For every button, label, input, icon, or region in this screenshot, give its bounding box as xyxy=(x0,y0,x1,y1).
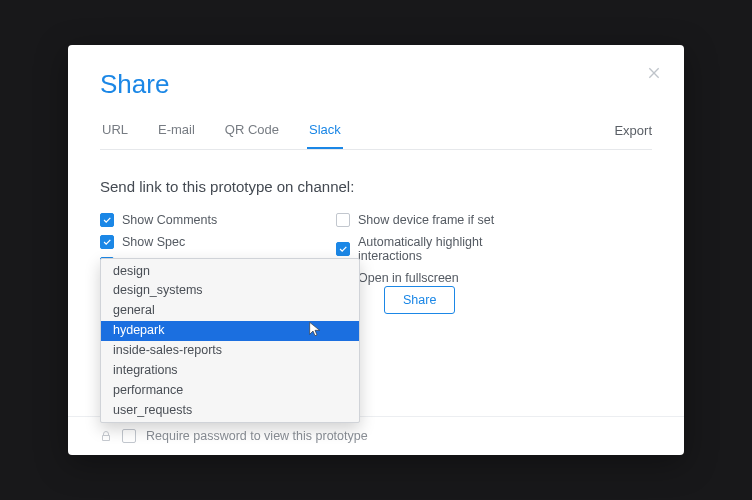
dropdown-item[interactable]: general xyxy=(101,301,359,321)
option-checkbox[interactable] xyxy=(100,235,114,249)
tab-qrcode[interactable]: QR Code xyxy=(223,114,281,149)
dropdown-item[interactable]: inside-sales-reports xyxy=(101,341,359,361)
option-label: Open in fullscreen xyxy=(358,271,459,285)
dropdown-item[interactable]: performance xyxy=(101,380,359,400)
option-row: Show device frame if set xyxy=(336,213,536,227)
dropdown-item[interactable]: user_requests xyxy=(101,400,359,420)
options-right-column: Show device frame if setAutomatically hi… xyxy=(336,213,536,285)
export-link[interactable]: Export xyxy=(614,115,652,148)
tabs-row: URL E-mail QR Code Slack Export xyxy=(100,114,652,150)
option-row: Show Comments xyxy=(100,213,300,227)
option-checkbox[interactable] xyxy=(100,213,114,227)
close-button[interactable] xyxy=(640,59,668,87)
option-label: Show Spec xyxy=(122,235,185,249)
tab-url[interactable]: URL xyxy=(100,114,130,149)
dropdown-item[interactable]: hydepark xyxy=(101,321,359,341)
option-row: Open in fullscreen xyxy=(336,271,536,285)
option-label: Automatically highlight interactions xyxy=(358,235,536,263)
option-label: Show Comments xyxy=(122,213,217,227)
dropdown-item[interactable]: design xyxy=(101,261,359,281)
option-row: Show Spec xyxy=(100,235,300,249)
dialog-title: Share xyxy=(100,69,652,100)
option-row: Automatically highlight interactions xyxy=(336,235,536,263)
close-icon xyxy=(646,65,662,81)
option-label: Show device frame if set xyxy=(358,213,494,227)
dropdown-item[interactable]: design_systems xyxy=(101,281,359,301)
dropdown-item[interactable]: integrations xyxy=(101,360,359,380)
tab-email[interactable]: E-mail xyxy=(156,114,197,149)
option-checkbox[interactable] xyxy=(336,242,350,256)
share-button[interactable]: Share xyxy=(384,286,455,314)
dialog-header: Share URL E-mail QR Code Slack Export xyxy=(68,45,684,150)
channel-dropdown[interactable]: designdesign_systemsgeneralhydeparkinsid… xyxy=(100,258,360,423)
dialog-body: Send link to this prototype on channel: … xyxy=(68,150,684,416)
share-dialog: Share URL E-mail QR Code Slack Export Se… xyxy=(68,45,684,455)
cursor-icon xyxy=(307,321,323,337)
option-checkbox[interactable] xyxy=(336,213,350,227)
tab-slack[interactable]: Slack xyxy=(307,114,343,149)
prompt-text: Send link to this prototype on channel: xyxy=(100,178,652,195)
channel-dropdown-wrapper: designdesign_systemsgeneralhydeparkinsid… xyxy=(100,286,360,451)
